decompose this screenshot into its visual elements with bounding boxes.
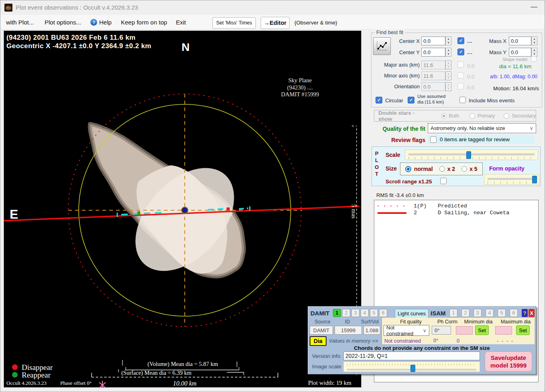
minor-axis-input[interactable]: 11.6 [421,71,445,80]
mass-y-spinner[interactable]: ▲▼ [531,48,537,57]
minimum-dia-input[interactable] [456,326,473,335]
damit-help-button[interactable]: ? [522,309,528,317]
version-info-input[interactable]: 2022-11-29, Q=1 [343,351,480,360]
scale-slider[interactable] [405,150,538,160]
include-miss-checkbox[interactable] [459,97,466,103]
memory-max-dia: - - - - [497,338,514,344]
list-item[interactable]: 1(P) Predicted [374,203,538,209]
review-flags-checkbox[interactable] [430,136,437,143]
form-opacity-slider-thumb[interactable] [532,176,537,183]
circular-label: Circular [385,97,403,104]
isam-tab-3[interactable]: 3 [474,309,482,317]
menu-keep-on-top[interactable]: Keep form on top [121,19,167,26]
major-axis-spinner[interactable]: ▲▼ [445,61,451,69]
mass-x-spinner[interactable]: ▲▼ [531,37,537,45]
image-scale-slider[interactable] [343,362,480,372]
isam-tab-5[interactable]: 5 [498,309,506,317]
size-normal-radio[interactable] [405,166,411,172]
size-x5-radio[interactable] [461,166,467,172]
scroll-range-checkbox[interactable] [440,178,447,184]
shape-model-checkbox[interactable] [531,56,537,62]
dia-button[interactable]: Dia [310,336,327,346]
mas-scale-label: 5 mas [351,204,357,219]
center-y-checkbox[interactable]: ✓ [457,49,464,55]
major-axis-input[interactable]: 11.6 [421,61,445,69]
mass-x-input[interactable]: 0.0 [509,37,531,45]
editor-button[interactable]: →Editor [261,17,290,29]
list-item[interactable]: 2 D Sailing, near Coweta [374,209,538,216]
chevron-down-icon: ∨ [423,327,427,333]
center-x-checkbox[interactable]: ✓ [457,37,464,44]
menu-plot-options[interactable]: Plot options... [45,19,81,26]
save-update-model-button[interactable]: Save/updatemodel 15999 [485,351,532,372]
quality-select[interactable]: Astrometry only. No reliable size ∨ [428,123,536,133]
damit-shape-model-panel: DAMIT 1 2 3 4 5 6 Light curves ISAM 1 2 … [308,306,536,374]
minimize-button[interactable]: — [531,3,537,11]
damit-tab-3[interactable]: 3 [351,309,359,317]
observer-time-label: {Observer & time} [294,20,337,26]
center-y-input[interactable]: 0.0 [421,48,445,57]
center-y-spinner[interactable]: ▲▼ [445,48,451,57]
window-title: Plot event observations : Occult v.4.202… [16,4,138,11]
set-miss-times-button[interactable]: Set 'Miss' Times [212,17,256,28]
damit-tab-2[interactable]: 2 [342,309,350,317]
maximum-dia-input[interactable] [495,326,512,335]
orientation-input[interactable]: 0.0 [421,82,445,91]
fit-quality-header: Fit quality [388,319,433,325]
rms-fit-label: RMS fit -3.4 ±0.0 km [376,192,424,198]
quality-label: Quality of the fit [373,126,425,132]
double-both-radio[interactable] [441,113,447,119]
review-flags-label: Review flags [381,137,425,143]
damit-tab-1[interactable]: 1 [333,309,341,317]
damit-tab-5[interactable]: 5 [370,309,378,317]
use-assumed-checkbox[interactable]: ✓ [408,97,414,104]
help-icon: ? [90,19,97,26]
scale-slider-thumb[interactable] [466,151,471,159]
maximum-dia-header: Maximum dia [498,319,533,325]
north-label: N [182,41,190,53]
form-opacity-slider[interactable] [484,174,539,185]
minor-axis-checkbox[interactable] [457,72,464,79]
isam-tab-1[interactable]: 1 [449,309,457,317]
menu-help[interactable]: Help [99,19,112,26]
isam-tab-6[interactable]: 6 [510,309,518,317]
title-bar: Plot event observations : Occult v.4.202… [0,0,545,15]
size-x2-radio[interactable] [439,166,445,172]
fit-chart-icon [376,41,388,52]
damit-tab-6[interactable]: 6 [379,309,387,317]
disappear-dot [12,364,18,370]
orientation-spinner[interactable]: ▲▼ [445,82,451,91]
menu-exit[interactable]: Exit [176,19,186,26]
mass-y-input[interactable]: 0.0 [509,48,531,57]
major-axis-label: Major axis (km) [377,62,420,68]
light-curves-button[interactable]: Light curves [395,309,429,318]
menu-with-plot[interactable]: with Plot... [6,19,34,26]
major-sigma-label: 0.0 [467,63,474,69]
orientation-checkbox[interactable] [457,83,464,89]
memory-ph-corrn: 0° [433,337,438,343]
circular-checkbox[interactable]: ✓ [376,97,382,104]
double-secondary-radio[interactable] [504,113,509,119]
damit-tab-4[interactable]: 4 [361,309,369,317]
damit-close-button[interactable]: X [529,309,535,317]
damit-title: DAMIT [310,310,330,317]
isam-tab-4[interactable]: 4 [486,309,494,317]
image-scale-slider-thumb[interactable] [410,365,415,372]
source-value: DAMIT [310,326,333,335]
set-max-dia-button[interactable]: Set [516,325,530,335]
double-secondary-label: Secondary [512,113,536,119]
major-axis-checkbox[interactable] [457,61,464,68]
fit-quality-select[interactable]: Not constrained ∨ [384,325,429,336]
phase-offset-label: Phase offset 0° [60,380,92,386]
mass-y-label: Mass Y [482,49,506,55]
set-min-dia-button[interactable]: Set [475,325,489,335]
double-primary-radio[interactable] [469,113,475,119]
center-x-spinner[interactable]: ▲▼ [445,37,451,45]
minor-axis-spinner[interactable]: ▲▼ [445,71,451,80]
center-x-input[interactable]: 0.0 [421,37,445,45]
asteroid-shape-model [90,124,253,290]
isam-tab-2[interactable]: 2 [461,309,469,317]
ph-corrn-input[interactable]: 0° [432,326,451,335]
app-window: Plot event observations : Occult v.4.202… [0,0,545,392]
volume-mean-dia: (Volume) Mean dia = 5.87 km [147,361,218,368]
